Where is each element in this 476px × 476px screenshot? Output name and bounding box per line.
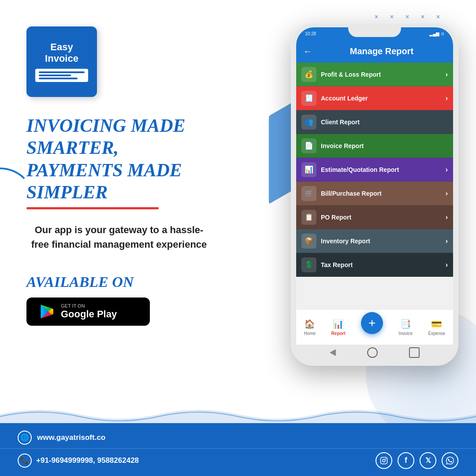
app-logo: Easy Invoice xyxy=(26,26,97,97)
logo-lines xyxy=(35,69,88,82)
menu-item-bill-purchase[interactable]: 🛒 Bill/Purchase Report › xyxy=(296,182,453,205)
available-label: Available On xyxy=(26,274,247,290)
instagram-icon[interactable] xyxy=(376,452,392,469)
menu-item-inventory-report-label: Inventory Report xyxy=(321,238,441,245)
logo-text-invoice: Invoice xyxy=(45,53,78,64)
client-report-icon: 👥 xyxy=(301,115,316,130)
phone-nav-home[interactable] xyxy=(367,347,378,358)
report-menu-list: 💰 Profit & Loss Report › 🧾 Account Ledge… xyxy=(296,63,453,309)
menu-item-client-report-label: Client Report xyxy=(321,119,448,126)
account-ledger-icon: 🧾 xyxy=(301,91,316,106)
google-play-store-name: Google Play xyxy=(61,309,117,319)
phone-number: +91-9694999998, 9588262428 xyxy=(36,456,139,465)
bottom-navigation: 🏠 Home 📊 Report + 📑 Invoice 💳 Expens xyxy=(296,309,453,345)
subtext: Our app is your gateway to a hassle-free… xyxy=(26,223,212,252)
nav-expense-label: Expense xyxy=(428,331,445,336)
bill-purchase-icon: 🛒 xyxy=(301,186,316,201)
svg-point-1 xyxy=(383,459,385,462)
nav-home[interactable]: 🏠 Home xyxy=(304,319,316,336)
nav-expense[interactable]: 💳 Expense xyxy=(428,319,445,336)
invoice-icon: 📑 xyxy=(400,319,411,329)
back-button[interactable]: ← xyxy=(303,46,312,56)
phone-notch xyxy=(348,27,401,37)
phone-nav-recent[interactable] xyxy=(409,347,420,358)
facebook-icon[interactable]: f xyxy=(398,452,414,469)
screen-title: Manage Report xyxy=(317,46,446,56)
svg-point-2 xyxy=(385,458,386,459)
menu-item-inventory-report[interactable]: 📦 Inventory Report › xyxy=(296,229,453,253)
nav-report-label: Report xyxy=(331,331,346,336)
report-icon: 📊 xyxy=(333,319,344,329)
menu-item-invoice-report-label: Invoice Report xyxy=(321,142,448,149)
fab-add-button[interactable]: + xyxy=(361,312,383,334)
app-top-bar: ← Manage Report xyxy=(296,40,453,63)
menu-item-po-report[interactable]: 📋 PO Report › xyxy=(296,205,453,229)
phone-inner-screen: 10:28 ▂▄▆ ⊙ ← Manage Report 💰 Profit & L… xyxy=(296,27,453,361)
phone-row: 📞 +91-9694999998, 9588262428 xyxy=(18,454,139,468)
footer-website-row: 🌐 www.gayatrisoft.co xyxy=(0,427,476,449)
menu-item-account-ledger[interactable]: 🧾 Account Ledger › xyxy=(296,86,453,110)
phone-outer-shell: 10:28 ▂▄▆ ⊙ ← Manage Report 💰 Profit & L… xyxy=(291,22,458,366)
social-icons-row: f 𝕏 xyxy=(376,452,458,469)
invoice-report-icon: 📄 xyxy=(301,138,316,153)
google-play-icon xyxy=(39,304,55,320)
wave-divider xyxy=(0,405,476,423)
inventory-report-icon: 📦 xyxy=(301,234,316,249)
home-icon: 🏠 xyxy=(304,319,315,329)
menu-item-tax-report[interactable]: 💲 Tax Report › xyxy=(296,253,453,277)
phone-mockup: 10:28 ▂▄▆ ⊙ ← Manage Report 💰 Profit & L… xyxy=(282,22,467,401)
nav-home-label: Home xyxy=(304,331,316,336)
main-headline: Invoicing Made Smarter, Payments Made Si… xyxy=(26,115,247,204)
nav-invoice-label: Invoice xyxy=(398,331,413,336)
menu-item-profit-loss-label: Profit & Loss Report xyxy=(321,71,441,78)
phone-system-nav xyxy=(296,345,453,361)
po-report-icon: 📋 xyxy=(301,210,316,225)
nav-invoice[interactable]: 📑 Invoice xyxy=(398,319,413,336)
menu-item-bill-purchase-label: Bill/Purchase Report xyxy=(321,190,441,197)
menu-item-estimate-report[interactable]: 📊 Estimate/Quotation Report › xyxy=(296,158,453,182)
website-url: www.gayatrisoft.co xyxy=(37,433,105,442)
phone-nav-back[interactable] xyxy=(330,349,336,356)
globe-icon: 🌐 xyxy=(18,431,32,445)
whatsapp-icon[interactable] xyxy=(442,452,458,469)
status-icons: ▂▄▆ ⊙ xyxy=(429,31,444,36)
phone-screen: 10:28 ▂▄▆ ⊙ ← Manage Report 💰 Profit & L… xyxy=(296,27,453,361)
estimate-report-icon: 📊 xyxy=(301,162,316,177)
footer-bottom-row: 📞 +91-9694999998, 9588262428 f 𝕏 xyxy=(0,449,476,472)
svg-rect-0 xyxy=(381,457,387,464)
logo-text-easy: Easy xyxy=(50,41,73,53)
footer: 🌐 www.gayatrisoft.co 📞 +91-9694999998, 9… xyxy=(0,423,476,476)
nav-report[interactable]: 📊 Report xyxy=(331,319,346,336)
twitter-x-icon[interactable]: 𝕏 xyxy=(420,452,436,469)
menu-item-profit-loss[interactable]: 💰 Profit & Loss Report › xyxy=(296,63,453,86)
menu-item-tax-report-label: Tax Report xyxy=(321,261,441,268)
tax-report-icon: 💲 xyxy=(301,257,316,272)
status-time: 10:28 xyxy=(305,31,316,36)
phone-icon: 📞 xyxy=(18,454,32,468)
headline-underline xyxy=(26,207,159,209)
menu-item-account-ledger-label: Account Ledger xyxy=(321,95,441,102)
menu-item-invoice-report[interactable]: 📄 Invoice Report xyxy=(296,134,453,158)
menu-item-client-report[interactable]: 👥 Client Report xyxy=(296,110,453,134)
menu-item-estimate-report-label: Estimate/Quotation Report xyxy=(321,166,441,173)
left-panel: Easy Invoice Invoicing Made Smarter, Pay… xyxy=(26,26,247,326)
expense-icon: 💳 xyxy=(431,319,442,329)
google-play-button[interactable]: GET IT ON Google Play xyxy=(26,298,150,326)
profit-loss-icon: 💰 xyxy=(301,67,316,82)
google-play-get-it-on: GET IT ON xyxy=(61,304,117,309)
menu-item-po-report-label: PO Report xyxy=(321,214,441,221)
